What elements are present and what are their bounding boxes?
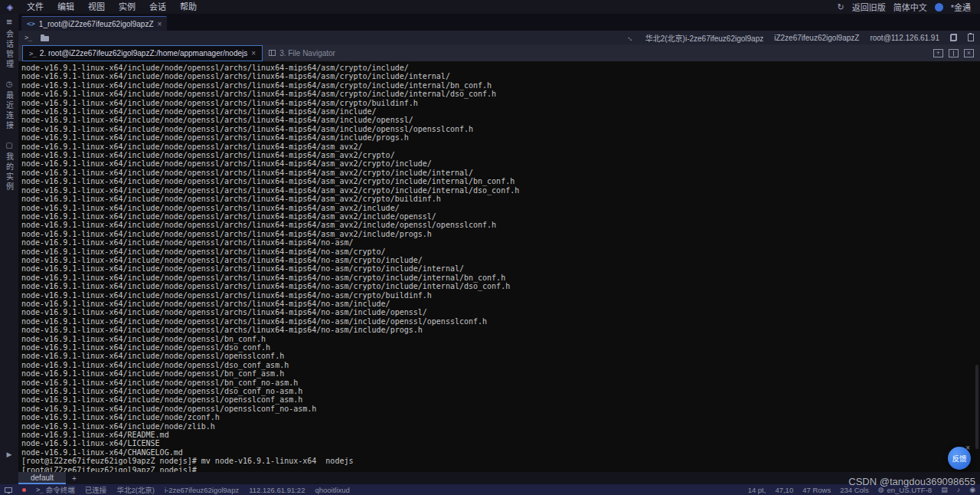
terminal-line: node-v16.9.1-linux-x64/include/node/open… — [21, 125, 980, 133]
terminal-line: [root@iZ2ze67ifeuz62igol9apzZ nodejs]# — [21, 466, 980, 472]
menu-item[interactable]: 文件 — [20, 0, 51, 14]
status-rows: 47 Rows — [802, 486, 831, 494]
sidebar-item-label: 我的实例 — [4, 152, 15, 192]
terminal-line: node-v16.9.1-linux-x64/include/node/zlib… — [21, 422, 980, 431]
account-avatar-icon[interactable] — [935, 3, 943, 11]
terminal-line: node-v16.9.1-linux-x64/include/node/open… — [21, 300, 980, 308]
clipboard-icon[interactable] — [968, 34, 974, 41]
session-tab-bar: <> 1_root@iZ2ze67ifeuz62igol9apzZ × — [18, 14, 980, 31]
terminal-line: node-v16.9.1-linux-x64/LICENSE — [21, 439, 980, 447]
close-pane-icon[interactable]: × — [964, 49, 974, 57]
terminal-line: node-v16.9.1-linux-x64/include/node/zcon… — [21, 413, 980, 421]
terminal-line: node-v16.9.1-linux-x64/include/node/open… — [21, 151, 980, 159]
app-logo-icon[interactable]: ◈ — [0, 0, 20, 14]
terminal-line: node-v16.9.1-linux-x64/include/node/open… — [21, 169, 980, 177]
status-address: 112.126.61.91:22 — [249, 486, 305, 494]
terminal-scrollbar[interactable] — [975, 365, 978, 449]
terminal-line: node-v16.9.1-linux-x64/include/node/open… — [21, 264, 980, 273]
status-font-size[interactable]: 14 pt, — [748, 486, 766, 494]
menu-item[interactable]: 会话 — [142, 0, 173, 14]
status-session-id: qhooitlixud — [315, 486, 349, 494]
account-name[interactable]: *金通 — [951, 1, 971, 13]
bottom-tab-bar: default + — [18, 472, 980, 484]
terminal-line: node-v16.9.1-linux-x64/include/node/open… — [21, 238, 980, 247]
back-to-old-version-link[interactable]: 返回旧版 — [852, 1, 886, 13]
feedback-button[interactable]: 反馈 — [948, 447, 971, 470]
file-navigator-icon — [269, 50, 276, 56]
status-instance-id: i-2ze67ifeuz62igol9apz — [165, 486, 239, 494]
shell-tab-default[interactable]: default — [18, 472, 66, 484]
sidebar-item-recent-connections[interactable]: ◷ 最近连接 — [4, 80, 15, 131]
quick-launch-icon[interactable]: ▶ — [7, 451, 12, 458]
terminal-line: node-v16.9.1-linux-x64/include/node/open… — [21, 387, 980, 395]
new-tab-icon[interactable]: + — [933, 49, 943, 57]
toolbar-right: ↔ 华北2(北京)i-2ze67ifeuz62igol9apz iZ2ze67i… — [627, 32, 974, 44]
session-tab[interactable]: <> 1_root@iZ2ze67ifeuz62igol9apzZ × — [21, 16, 167, 31]
split-pane-icon[interactable] — [949, 49, 959, 57]
file-manager-icon[interactable] — [41, 36, 49, 41]
terminal-tab-label: 2. root@iZ2ze67ifeuz62igol9apzZ:/home/ap… — [40, 49, 247, 57]
terminal-tab-2[interactable]: >_ 2. root@iZ2ze67ifeuz62igol9apzZ:/home… — [22, 45, 263, 61]
menu-items: 文件编辑视图实例会话帮助 — [20, 0, 204, 14]
user-host-label: root@112.126.61.91 — [870, 34, 939, 42]
terminal-line: node-v16.9.1-linux-x64/include/node/open… — [21, 212, 980, 221]
terminal-line: node-v16.9.1-linux-x64/include/node/open… — [21, 159, 980, 168]
terminal-line: node-v16.9.1-linux-x64/include/node/open… — [21, 204, 980, 212]
server-icon: ▢ — [5, 141, 12, 149]
menu-item[interactable]: 编辑 — [51, 0, 81, 14]
terminal-line: node-v16.9.1-linux-x64/include/node/open… — [21, 308, 980, 316]
session-tab-label: 1_root@iZ2ze67ifeuz62igol9apzZ — [39, 20, 154, 28]
terminal-line: node-v16.9.1-linux-x64/include/node/open… — [21, 64, 980, 72]
menu-item[interactable]: 帮助 — [173, 0, 204, 14]
language-selector[interactable]: 简体中文 — [893, 1, 927, 13]
terminal-line: node-v16.9.1-linux-x64/include/node/open… — [21, 81, 980, 90]
terminal-line: node-v16.9.1-linux-x64/include/node/open… — [21, 90, 980, 98]
sidebar-item-session-management[interactable]: ≡ 会话管理 — [4, 18, 15, 70]
menu-item[interactable]: 视图 — [81, 0, 112, 14]
terminal-line: node-v16.9.1-linux-x64/include/node/open… — [21, 291, 980, 300]
terminal-line: node-v16.9.1-linux-x64/include/node/open… — [21, 143, 980, 151]
terminal-line: node-v16.9.1-linux-x64/include/node/open… — [21, 248, 980, 256]
toolbar: >_ ↔ 华北2(北京)i-2ze67ifeuz62igol9apz iZ2ze… — [18, 31, 980, 44]
close-terminal-tab-icon[interactable]: × — [251, 49, 256, 57]
code-brackets-icon: <> — [27, 20, 35, 28]
terminal-line: node-v16.9.1-linux-x64/include/node/open… — [21, 282, 980, 290]
menu-bars-icon: ≡ — [6, 18, 12, 27]
tabbar-actions: + × — [933, 44, 980, 61]
terminal-tab-3-file-navigator[interactable]: 3. File Navigator — [263, 44, 341, 61]
app-window: ◈ 文件编辑视图实例会话帮助 ↻ 返回旧版 简体中文 *金通 ≡ 会话管理 ◷ … — [0, 0, 980, 495]
terminal-lines: node-v16.9.1-linux-x64/include/node/open… — [21, 64, 980, 472]
new-terminal-icon[interactable]: >_ — [24, 34, 31, 41]
terminal-tab-bar: >_ 2. root@iZ2ze67ifeuz62igol9apzZ:/home… — [18, 44, 980, 61]
terminal-output[interactable]: node-v16.9.1-linux-x64/include/node/open… — [18, 61, 980, 472]
terminal-line: node-v16.9.1-linux-x64/include/node/open… — [21, 369, 980, 378]
refresh-icon[interactable]: ↻ — [838, 2, 844, 12]
watermark: CSDN @tangdou369098655 — [848, 476, 975, 487]
terminal-line: node-v16.9.1-linux-x64/include/node/open… — [21, 335, 980, 343]
terminal-line: node-v16.9.1-linux-x64/include/node/open… — [21, 274, 980, 282]
terminal-line: node-v16.9.1-linux-x64/include/node/open… — [21, 230, 980, 238]
terminal-icon: >_ — [36, 486, 43, 493]
terminal-line: node-v16.9.1-linux-x64/include/node/open… — [21, 379, 980, 387]
fullscreen-icon[interactable]: ↔ — [625, 32, 636, 44]
terminal-line: node-v16.9.1-linux-x64/include/node/open… — [21, 326, 980, 334]
region-instance-label: 华北2(北京)i-2ze67ifeuz62igol9apz — [645, 32, 764, 44]
sidebar-item-label: 会话管理 — [4, 30, 15, 70]
terminal-icon: >_ — [29, 50, 36, 57]
menu-item[interactable]: 实例 — [112, 0, 142, 14]
status-region: 华北2(北京) — [116, 484, 155, 495]
close-session-tab-icon[interactable]: × — [158, 20, 162, 28]
terminal-line: node-v16.9.1-linux-x64/include/node/open… — [21, 361, 980, 369]
menu-bar-right: ↻ 返回旧版 简体中文 *金通 — [838, 1, 980, 13]
terminal-line: node-v16.9.1-linux-x64/include/node/open… — [21, 195, 980, 203]
add-shell-tab-icon[interactable]: + — [66, 472, 83, 484]
terminal-line: node-v16.9.1-linux-x64/include/node/open… — [21, 177, 980, 185]
status-bar: >_ 命令终端 已连接 华北2(北京) i-2ze67ifeuz62igol9a… — [0, 484, 980, 495]
copy-icon[interactable] — [950, 34, 957, 41]
terminal-tab-label: 3. File Navigator — [279, 49, 335, 57]
terminal-line: node-v16.9.1-linux-x64/include/node/open… — [21, 186, 980, 195]
menu-bar: ◈ 文件编辑视图实例会话帮助 ↻ 返回旧版 简体中文 *金通 — [0, 0, 980, 14]
monitor-icon[interactable] — [5, 487, 12, 493]
sidebar-item-my-instances[interactable]: ▢ 我的实例 — [4, 141, 15, 192]
status-cursor-position: 47,10 — [775, 486, 793, 494]
